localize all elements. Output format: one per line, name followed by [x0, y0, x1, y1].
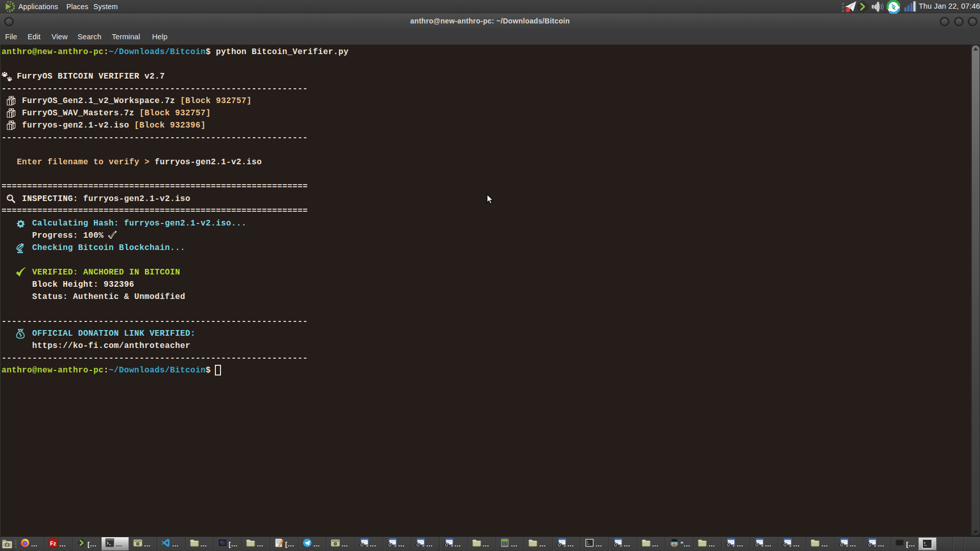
svg-text:Fz: Fz: [50, 540, 57, 546]
